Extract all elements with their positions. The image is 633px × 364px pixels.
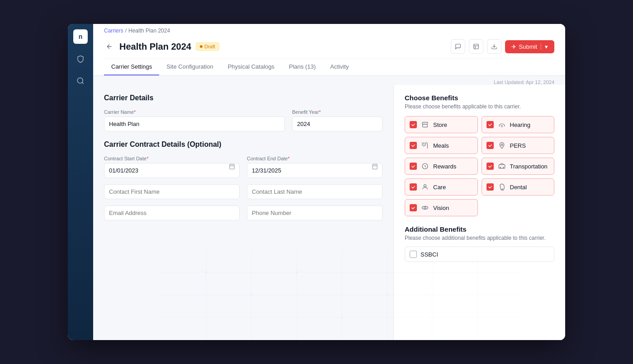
ssbci-label: SSBCI [420, 251, 438, 258]
pers-checkbox [487, 142, 494, 149]
left-panel: Carrier Details Carrier Name* [93, 85, 393, 340]
contract-start-date-field: Contract Start Date* [104, 156, 240, 178]
benefit-dental[interactable]: Dental [482, 178, 555, 196]
dental-label: Dental [510, 184, 527, 191]
main-content: Carriers / Health Plan 2024 Health Plan … [93, 24, 565, 340]
benefit-store[interactable]: Store [405, 116, 478, 133]
last-updated: Last Updated: Apr 12, 2024 [93, 76, 565, 85]
additional-benefits-section: Additional Benefits Please choose additi… [405, 225, 554, 262]
contact-contact-row [104, 205, 383, 220]
benefit-pers[interactable]: PERS [482, 137, 555, 154]
vision-checkbox [410, 204, 417, 211]
right-panel: Choose Benefits Please choose benefits a… [393, 85, 565, 340]
dental-checkbox [487, 183, 494, 191]
breadcrumb: Carriers / Health Plan 2024 [104, 24, 554, 36]
panels-row: Carrier Details Carrier Name* [93, 85, 565, 340]
store-icon [420, 120, 430, 129]
vision-label: Vision [433, 205, 449, 211]
contract-dates-row: Contract Start Date* [104, 156, 383, 178]
store-checkbox [410, 121, 417, 128]
carrier-name-field: Carrier Name* [104, 109, 285, 131]
hearing-checkbox [487, 121, 494, 128]
benefit-year-field: Benefit Year* [292, 109, 383, 131]
benefit-transportation[interactable]: Transportation [482, 158, 555, 175]
benefit-year-label: Benefit Year* [292, 109, 383, 115]
carrier-name-label: Carrier Name* [104, 109, 285, 115]
benefit-year-input[interactable] [292, 117, 383, 131]
phone-number-input[interactable] [247, 205, 383, 220]
content-scroll: Last Updated: Apr 12, 2024 Carrier Detai… [93, 76, 565, 340]
svg-point-0 [77, 78, 83, 83]
breadcrumb-parent[interactable]: Carriers [104, 28, 123, 34]
rewards-checkbox [410, 163, 417, 170]
benefit-vision[interactable]: Vision [405, 199, 478, 216]
benefit-meals[interactable]: Meals [405, 137, 478, 154]
benefit-ssbci[interactable]: SSBCI [405, 247, 554, 262]
contact-first-name-field [104, 184, 240, 199]
hearing-icon [497, 120, 506, 129]
message-icon-button[interactable] [451, 39, 465, 54]
choose-benefits-subtitle: Please choose benefits applicable to thi… [405, 103, 554, 110]
contract-start-date-input[interactable] [104, 163, 240, 178]
benefit-rewards[interactable]: Rewards [405, 158, 478, 175]
submit-divider [541, 43, 541, 50]
sidebar-logo: n [73, 29, 88, 44]
meals-icon [420, 141, 430, 150]
contact-name-row [104, 184, 383, 199]
contract-details-section: Carrier Contract Details (Optional) Cont… [104, 140, 383, 220]
tab-carrier-settings[interactable]: Carrier Settings [104, 59, 159, 75]
contract-start-date-label: Contract Start Date* [104, 156, 240, 161]
breadcrumb-current: Health Plan 2024 [128, 28, 170, 34]
svg-point-12 [424, 207, 426, 209]
sidebar-icon-search[interactable] [74, 75, 87, 87]
tabs: Carrier Settings Site Configuration Phys… [104, 58, 554, 75]
benefit-hearing[interactable]: Hearing [482, 116, 555, 133]
carrier-details-row: Carrier Name* Benefit Year* [104, 109, 383, 131]
carrier-details-title: Carrier Details [104, 94, 383, 102]
carrier-details-section: Carrier Details Carrier Name* [104, 94, 383, 131]
phone-number-field [247, 205, 383, 220]
submit-dropdown-icon: ▾ [545, 43, 548, 50]
pers-label: PERS [510, 142, 526, 149]
contract-details-title: Carrier Contract Details (Optional) [104, 140, 383, 149]
contact-last-name-field [247, 184, 383, 199]
vision-icon [420, 203, 430, 212]
tab-physical-catalogs[interactable]: Physical Catalogs [221, 59, 282, 75]
meals-checkbox [410, 142, 417, 149]
additional-benefits-title: Additional Benefits [405, 225, 554, 233]
email-address-input[interactable] [104, 205, 240, 220]
preview-icon-button[interactable] [469, 39, 483, 54]
benefit-care[interactable]: Care [405, 178, 478, 196]
care-label: Care [433, 184, 446, 191]
sidebar-icon-shield[interactable] [74, 53, 87, 65]
draft-badge: Draft [196, 42, 219, 51]
carrier-name-input[interactable] [104, 117, 285, 131]
tab-activity[interactable]: Activity [323, 59, 356, 75]
tab-site-configuration[interactable]: Site Configuration [159, 59, 220, 75]
contact-first-name-input[interactable] [104, 184, 240, 199]
breadcrumb-separator: / [125, 28, 127, 34]
header-left: Health Plan 2024 Draft [104, 41, 219, 52]
care-icon [420, 182, 430, 191]
page-header: Carriers / Health Plan 2024 Health Plan … [93, 24, 565, 76]
choose-benefits-title: Choose Benefits [405, 94, 554, 102]
hearing-label: Hearing [510, 121, 531, 128]
svg-rect-1 [473, 44, 478, 49]
back-button[interactable] [104, 41, 115, 52]
tab-plans[interactable]: Plans (13) [282, 59, 323, 75]
draft-dot [200, 45, 203, 48]
contract-end-date-label: Contract End Date* [247, 156, 383, 161]
pers-icon [497, 141, 506, 150]
contact-last-name-input[interactable] [247, 184, 383, 199]
submit-button[interactable]: ✈ Submit ▾ [505, 40, 554, 53]
submit-label: Submit [519, 43, 537, 50]
svg-rect-7 [499, 165, 505, 168]
meals-label: Meals [433, 142, 449, 149]
download-icon-button[interactable] [487, 39, 501, 54]
svg-point-9 [503, 167, 503, 168]
sidebar: n [68, 24, 93, 340]
contract-end-date-input[interactable] [247, 163, 383, 178]
benefits-grid: Store Hearing [405, 116, 554, 216]
page-title: Health Plan 2024 [119, 42, 191, 52]
transportation-label: Transportation [510, 163, 548, 170]
